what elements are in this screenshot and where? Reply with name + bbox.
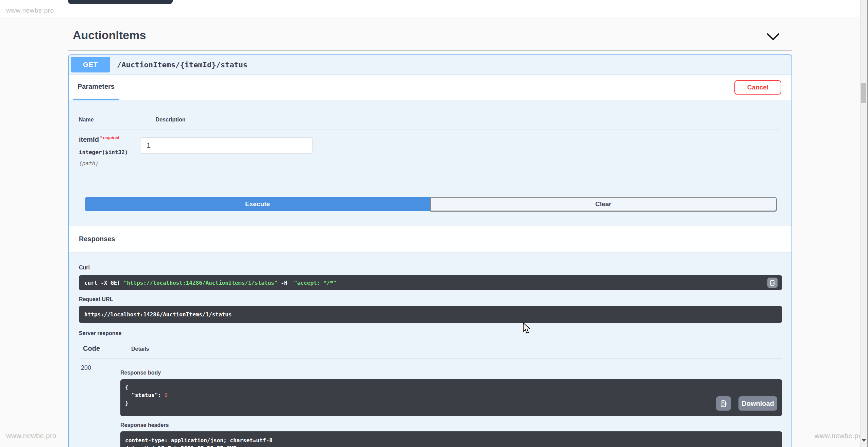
curl-url-string: "https://localhost:14286/AuctionItems/1/… xyxy=(124,280,278,286)
response-body-label: Response body xyxy=(120,370,782,376)
json-value: 2 xyxy=(165,392,168,398)
curl-command: curl -X GET "https://localhost:14286/Auc… xyxy=(79,275,782,290)
tab-header-band: Parameters Cancel xyxy=(69,74,792,100)
title-divider xyxy=(68,50,792,51)
request-url-label: Request URL xyxy=(79,296,782,302)
vertical-scrollbar[interactable] xyxy=(860,0,868,447)
parameter-type: integer($int32) xyxy=(79,149,141,155)
clipboard-copy-icon xyxy=(769,279,776,286)
itemid-input[interactable] xyxy=(141,137,313,154)
response-headers-label: Response headers xyxy=(120,422,782,428)
operation-summary[interactable]: GET /AuctionItems/{itemId}/status xyxy=(69,55,792,74)
watermark-bottom-left: www.newbe.pro xyxy=(6,432,56,440)
method-badge-get: GET xyxy=(71,57,110,72)
request-url-value: https://localhost:14286/AuctionItems/1/s… xyxy=(79,306,782,323)
json-brace-close: } xyxy=(125,400,129,406)
operation-path: /AuctionItems/{itemId}/status xyxy=(117,61,248,69)
parameters-section: Name Description itemId* required intege… xyxy=(69,117,792,167)
chevron-down-icon[interactable] xyxy=(766,33,780,42)
response-row-200: 200 Response body { "status": 2 } xyxy=(79,364,782,447)
copy-curl-button[interactable] xyxy=(767,278,778,288)
response-body-block: { "status": 2 } Download xyxy=(120,379,782,416)
responses-section-header: Responses xyxy=(69,226,792,252)
response-headers-block: content-type: application/json; charset=… xyxy=(120,431,782,447)
clipboard-copy-icon xyxy=(719,399,728,408)
tab-parameters[interactable]: Parameters xyxy=(73,74,119,100)
execute-row: Execute Clear xyxy=(85,197,777,211)
parameter-row-itemid: itemId* required integer($int32) (path) xyxy=(79,135,781,167)
column-header-name: Name xyxy=(79,117,94,123)
responses-title: Responses xyxy=(79,235,115,243)
curl-text: curl -X GET xyxy=(84,280,124,286)
parameter-name: itemId xyxy=(79,136,99,143)
scrollbar-thumb[interactable] xyxy=(861,83,866,103)
curl-accept-string: "accept: */*" xyxy=(291,280,337,286)
required-badge: * required xyxy=(100,135,119,140)
cancel-button[interactable]: Cancel xyxy=(734,80,781,95)
responses-section: Curl curl -X GET "https://localhost:1428… xyxy=(69,252,792,447)
page-title: AuctionItems xyxy=(73,29,146,42)
response-table-header: Code Details xyxy=(79,345,782,352)
response-table-divider xyxy=(79,359,782,359)
json-key: "status": xyxy=(125,392,165,398)
watermark-bottom-right: www.newbe.pro xyxy=(815,432,865,440)
copy-response-button[interactable] xyxy=(716,396,731,411)
header-line-content-type: content-type: application/json; charset=… xyxy=(125,437,272,444)
parameter-location: (path) xyxy=(79,160,141,167)
execute-button[interactable]: Execute xyxy=(85,197,430,211)
details-column-header: Details xyxy=(131,346,149,352)
status-code: 200 xyxy=(79,364,120,447)
topbar-fragment xyxy=(68,0,173,4)
header-line-date: date: Wed 17 Feb 2021 07:29:27 GMT xyxy=(125,445,237,447)
json-brace-open: { xyxy=(125,384,129,391)
watermark-top-left: www.newbe.pro xyxy=(6,7,54,14)
server-response-label: Server response xyxy=(79,330,782,336)
clear-button[interactable]: Clear xyxy=(430,197,777,211)
operation-block-get: GET /AuctionItems/{itemId}/status Parame… xyxy=(68,54,792,447)
scrollbar-down-arrow-icon[interactable] xyxy=(862,439,866,442)
column-header-description: Description xyxy=(156,117,186,123)
code-column-header: Code xyxy=(79,345,131,352)
download-button[interactable]: Download xyxy=(738,396,777,411)
parameters-divider xyxy=(79,130,781,130)
curl-flag: -H xyxy=(277,280,291,286)
curl-label: Curl xyxy=(79,265,90,270)
